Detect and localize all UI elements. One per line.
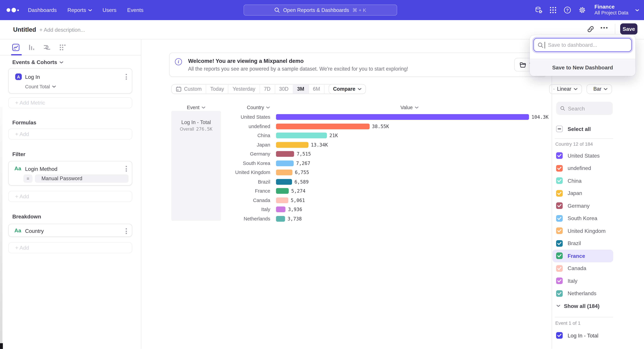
- tab-retention[interactable]: [43, 43, 51, 51]
- legend-checkbox[interactable]: [556, 290, 563, 297]
- tab-flows[interactable]: [58, 43, 66, 51]
- nav-users[interactable]: Users: [102, 7, 116, 13]
- range-yesterday[interactable]: Yesterday: [228, 84, 260, 93]
- legend-checkbox[interactable]: [556, 178, 563, 184]
- legend-checkbox[interactable]: [556, 215, 563, 222]
- nav-reports[interactable]: Reports: [68, 7, 92, 13]
- legend-checkbox[interactable]: [556, 203, 563, 209]
- add-filter-button[interactable]: + Add: [8, 191, 132, 202]
- chevron-down-icon[interactable]: [636, 9, 639, 11]
- legend-event-item[interactable]: Log In - Total: [552, 329, 613, 342]
- mixpanel-logo-icon[interactable]: [6, 8, 20, 12]
- compare-button[interactable]: Compare: [328, 84, 366, 94]
- column-header-event[interactable]: Event: [187, 105, 205, 110]
- settings-gear-icon[interactable]: [578, 6, 586, 14]
- report-type-tabs: [0, 39, 141, 55]
- nav-dashboards[interactable]: Dashboards: [28, 7, 57, 13]
- bar[interactable]: [276, 160, 294, 166]
- bar[interactable]: [276, 133, 327, 138]
- range-custom[interactable]: Custom: [172, 84, 206, 93]
- legend-item[interactable]: Japan: [552, 187, 613, 200]
- show-all-button[interactable]: Show all (184): [552, 301, 613, 311]
- column-header-country[interactable]: Country: [247, 105, 270, 110]
- metric-more-icon[interactable]: [126, 74, 127, 80]
- legend-checkbox[interactable]: [556, 253, 563, 259]
- legend-item[interactable]: United States: [552, 149, 613, 162]
- bar[interactable]: [276, 151, 294, 157]
- legend-item[interactable]: South Korea: [552, 212, 613, 225]
- legend-checkbox[interactable]: [556, 190, 563, 196]
- bar[interactable]: [276, 170, 292, 175]
- bar[interactable]: [276, 142, 308, 148]
- help-icon[interactable]: ?: [564, 6, 572, 14]
- breakdown-property[interactable]: Country: [25, 228, 44, 234]
- chart-type-button[interactable]: Bar: [586, 84, 612, 94]
- legend-search-input[interactable]: [568, 105, 608, 111]
- bar[interactable]: [276, 188, 289, 194]
- add-metric-button[interactable]: + Add Metric: [8, 97, 132, 108]
- legend-checkbox[interactable]: [556, 265, 563, 272]
- axis-scale-button[interactable]: Linear: [549, 84, 582, 94]
- legend-item[interactable]: undefined: [552, 162, 613, 174]
- event-checkbox[interactable]: [556, 332, 563, 339]
- select-all-row[interactable]: Select all: [556, 126, 591, 132]
- filter-value[interactable]: Manual Password: [35, 174, 128, 183]
- range-6m[interactable]: 6M: [309, 84, 324, 93]
- save-to-new-dashboard[interactable]: Save to New Dashboard: [530, 59, 635, 76]
- add-formula-button[interactable]: + Add: [8, 129, 132, 140]
- filter-more-icon[interactable]: [126, 166, 127, 171]
- tab-funnels[interactable]: [27, 43, 36, 51]
- bar[interactable]: [276, 216, 285, 222]
- legend-item[interactable]: Germany: [552, 199, 613, 212]
- save-to-dashboard-input[interactable]: [548, 42, 628, 48]
- bar[interactable]: [276, 114, 529, 120]
- project-switcher[interactable]: Finance All Project Data: [594, 4, 628, 16]
- legend-item[interactable]: Italy: [552, 275, 613, 287]
- legend-panel-divider: [552, 39, 552, 349]
- add-description[interactable]: + Add description...: [40, 27, 85, 33]
- legend-item[interactable]: Netherlands: [552, 287, 613, 300]
- metric-aggregation[interactable]: Count Total: [25, 84, 56, 89]
- report-title[interactable]: Untitled: [13, 26, 36, 33]
- bar[interactable]: [276, 179, 292, 185]
- bar-value-label: 104.3K: [532, 114, 548, 120]
- legend-checkbox[interactable]: [556, 152, 563, 159]
- legend-item[interactable]: France: [552, 250, 613, 262]
- apps-grid-icon[interactable]: [550, 6, 556, 13]
- legend-checkbox[interactable]: [556, 240, 563, 247]
- metric-card[interactable]: A Log In Count Total: [8, 68, 132, 94]
- events-cohorts-header[interactable]: Events & Cohorts: [12, 59, 63, 65]
- legend-checkbox[interactable]: [556, 228, 563, 234]
- column-header-value[interactable]: Value: [400, 105, 418, 110]
- save-button[interactable]: Save: [620, 23, 638, 34]
- legend-checkbox[interactable]: [556, 278, 563, 284]
- bar[interactable]: [276, 124, 370, 129]
- add-breakdown-button[interactable]: + Add: [8, 242, 132, 253]
- range-30d[interactable]: 30D: [275, 84, 293, 93]
- tab-insights[interactable]: [12, 43, 20, 51]
- range-3m-selected[interactable]: 3M: [293, 84, 309, 93]
- filter-property[interactable]: Login Method: [25, 166, 57, 172]
- select-all-checkbox[interactable]: [556, 126, 563, 132]
- global-search-button[interactable]: Open Reports & Dashboards ⌘ + K: [244, 4, 397, 15]
- legend-search[interactable]: [556, 102, 613, 115]
- nav-events[interactable]: Events: [127, 7, 144, 13]
- range-today[interactable]: Today: [206, 84, 228, 93]
- range-7d[interactable]: 7D: [260, 84, 275, 93]
- filter-card[interactable]: Aa Login Method = Manual Password: [8, 161, 132, 186]
- legend-item[interactable]: Brazil: [552, 237, 613, 250]
- legend-item[interactable]: China: [552, 174, 613, 187]
- legend-checkbox[interactable]: [556, 165, 563, 171]
- breakdown-card[interactable]: Aa Country: [8, 224, 132, 237]
- data-management-icon[interactable]: [535, 6, 543, 14]
- bar[interactable]: [276, 197, 288, 203]
- save-to-dashboard-field[interactable]: [534, 38, 632, 52]
- legend-item[interactable]: United Kingdom: [552, 225, 613, 237]
- metric-event-name[interactable]: Log In: [25, 74, 40, 80]
- more-options-button[interactable]: •••: [600, 25, 608, 31]
- bar[interactable]: [276, 207, 286, 212]
- legend-item[interactable]: Canada: [552, 262, 613, 275]
- breakdown-more-icon[interactable]: [126, 228, 127, 234]
- filter-operator[interactable]: =: [24, 174, 32, 183]
- copy-link-icon[interactable]: [587, 25, 594, 33]
